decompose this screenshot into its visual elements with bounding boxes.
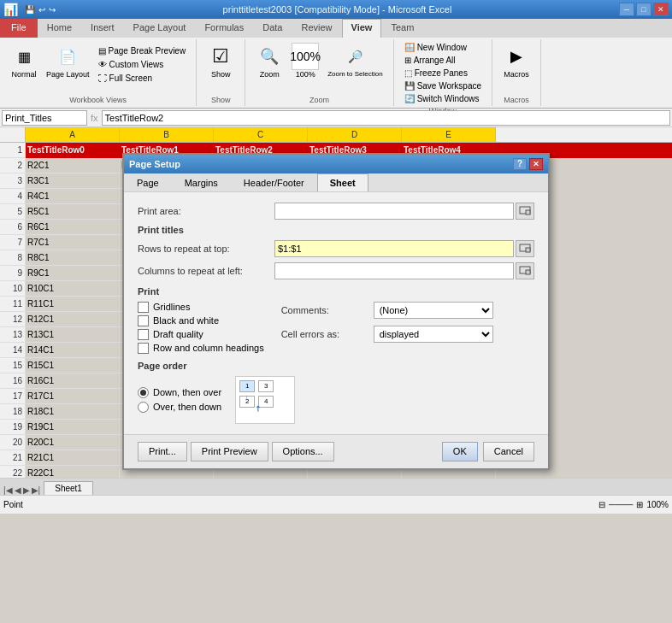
dialog-tab-headerfooter[interactable]: Header/Footer xyxy=(231,173,317,191)
page-break-preview-button[interactable]: ▤ Page Break Preview xyxy=(95,44,190,57)
gridlines-checkbox[interactable] xyxy=(138,302,149,313)
dialog-tab-margins[interactable]: Margins xyxy=(172,173,231,191)
rows-repeat-input[interactable] xyxy=(274,240,514,257)
macros-icon: ▶ xyxy=(503,43,530,70)
zoom-slider[interactable]: ──── xyxy=(609,500,633,509)
tab-file[interactable]: File xyxy=(0,19,38,38)
tab-home[interactable]: Home xyxy=(38,19,81,38)
row-col-headings-label: Row and column headings xyxy=(153,343,264,353)
ribbon-tabs: File Home Insert Page Layout Formulas Da… xyxy=(0,19,672,38)
formula-separator: fx xyxy=(89,113,100,123)
show-items: ☑ Show xyxy=(203,41,238,94)
new-window-button[interactable]: 🪟 New Window xyxy=(401,41,470,54)
cell-errors-label: Cell errors as: xyxy=(281,329,367,339)
close-button[interactable]: ✕ xyxy=(653,3,669,16)
normal-view-button[interactable]: ▦ Normal xyxy=(7,41,41,80)
print-options-section: Print Gridlines Black and white xyxy=(138,286,534,354)
show-button[interactable]: ☑ Show xyxy=(203,41,238,80)
title-bar: 📊 💾 ↩ ↪ printtitletest2003 [Compatibilit… xyxy=(0,0,672,19)
row-col-headings-checkbox[interactable] xyxy=(138,343,149,354)
show-label: Show xyxy=(211,70,231,79)
cols-repeat-picker[interactable] xyxy=(516,262,534,279)
full-screen-button[interactable]: ⛶ Full Screen xyxy=(95,72,190,85)
dialog-tab-page[interactable]: Page xyxy=(124,173,172,191)
rows-repeat-picker[interactable] xyxy=(516,240,534,257)
cols-repeat-input[interactable] xyxy=(274,262,514,279)
comments-select[interactable]: (None) At end of sheet As displayed on s… xyxy=(374,302,493,319)
dialog-tab-sheet[interactable]: Sheet xyxy=(317,173,368,191)
zoom-increase-icon[interactable]: ⊞ xyxy=(636,500,643,509)
dialog-close-button[interactable]: ✕ xyxy=(529,158,543,170)
black-white-row: Black and white xyxy=(138,315,264,326)
cols-repeat-label: Columns to repeat at left: xyxy=(138,266,274,276)
page-layout-view-button[interactable]: 📄 Page Layout xyxy=(43,41,93,80)
save-workspace-icon: 💾 xyxy=(404,81,415,91)
dialog-help-button[interactable]: ? xyxy=(513,158,527,170)
macros-button[interactable]: ▶ Macros xyxy=(499,41,533,80)
tab-review[interactable]: Review xyxy=(292,19,341,38)
zoom-100-label: 100% xyxy=(296,70,315,79)
print-titles-label: Print titles xyxy=(138,225,534,235)
macros-group-label: Macros xyxy=(504,94,529,104)
zoom-button[interactable]: 🔍 Zoom xyxy=(252,41,286,80)
save-workspace-button[interactable]: 💾 Save Workspace xyxy=(401,79,485,92)
print-checkboxes: Gridlines Black and white Draft quality xyxy=(138,302,264,354)
minimize-button[interactable]: ─ xyxy=(619,3,634,16)
tab-formulas[interactable]: Formulas xyxy=(195,19,253,38)
normal-view-icon: ▦ xyxy=(10,43,38,70)
tab-data[interactable]: Data xyxy=(253,19,292,38)
draft-quality-row: Draft quality xyxy=(138,329,264,340)
cell-errors-select[interactable]: displayed <blank> -- #N/A xyxy=(374,326,493,343)
print-button[interactable]: Print... xyxy=(138,442,187,461)
ribbon-content: ▦ Normal 📄 Page Layout ▤ Page Break Prev… xyxy=(0,38,672,108)
options-button[interactable]: Options... xyxy=(272,442,334,461)
quick-access-save[interactable]: 💾 xyxy=(25,5,35,15)
window-controls: ─ □ ✕ xyxy=(619,3,669,16)
zoom-label: Zoom xyxy=(260,70,280,79)
print-area-picker[interactable] xyxy=(516,203,534,220)
zoom-selection-button[interactable]: 🔎 Zoom to Selection xyxy=(324,41,386,79)
custom-views-label: Custom Views xyxy=(109,60,164,69)
show-icon: ☑ xyxy=(207,43,234,70)
custom-views-icon: 👁 xyxy=(98,60,107,69)
print-preview-button[interactable]: Print Preview xyxy=(191,442,268,461)
zoom-100-button[interactable]: 100% 100% xyxy=(288,41,322,80)
page-order-radios: Down, then over Over, then down xyxy=(138,387,221,413)
cancel-button[interactable]: Cancel xyxy=(483,442,534,461)
ribbon-group-show: ☑ Show Show xyxy=(197,39,245,106)
new-window-label: New Window xyxy=(417,43,467,52)
tab-team[interactable]: Team xyxy=(381,19,423,38)
zoom-group-label: Zoom xyxy=(309,94,329,104)
down-then-over-radio[interactable] xyxy=(138,387,149,398)
gridlines-label: Gridlines xyxy=(153,302,190,312)
over-then-down-radio[interactable] xyxy=(138,402,149,413)
tab-insert[interactable]: Insert xyxy=(81,19,124,38)
tab-view[interactable]: View xyxy=(342,19,382,38)
ribbon-group-workbook-views: ▦ Normal 📄 Page Layout ▤ Page Break Prev… xyxy=(0,39,197,106)
page-break-preview-icon: ▤ xyxy=(98,46,106,56)
print-area-input[interactable] xyxy=(274,203,514,220)
tab-page-layout[interactable]: Page Layout xyxy=(124,19,196,38)
name-box[interactable] xyxy=(2,110,87,126)
app-icon: 📊 xyxy=(3,3,18,16)
full-screen-icon: ⛶ xyxy=(98,73,107,83)
custom-views-button[interactable]: 👁 Custom Views xyxy=(95,58,190,71)
macros-label: Macros xyxy=(504,70,529,79)
black-white-checkbox[interactable] xyxy=(138,315,149,326)
ribbon-group-macros: ▶ Macros Macros xyxy=(492,39,541,106)
arrange-all-button[interactable]: ⊞ Arrange All xyxy=(401,54,459,67)
page-order-diagram: 1 3 2 4 ↓ ↗ xyxy=(235,376,295,424)
down-then-over-label: Down, then over xyxy=(153,387,221,397)
zoom-items: 🔍 Zoom 100% 100% 🔎 Zoom to Selection xyxy=(252,41,386,94)
quick-access-redo[interactable]: ↪ xyxy=(49,5,56,15)
ribbon: File Home Insert Page Layout Formulas Da… xyxy=(0,19,672,109)
zoom-level-icon[interactable]: ⊟ xyxy=(598,500,605,509)
quick-access-undo[interactable]: ↩ xyxy=(38,5,45,15)
ok-button[interactable]: OK xyxy=(442,442,478,461)
zoom-100-icon: 100% xyxy=(292,43,319,70)
freeze-panes-button[interactable]: ⬚ Freeze Panes xyxy=(401,67,471,79)
formula-input[interactable] xyxy=(102,110,670,126)
maximize-button[interactable]: □ xyxy=(636,3,651,16)
switch-windows-button[interactable]: 🔄 Switch Windows xyxy=(401,92,483,105)
draft-quality-checkbox[interactable] xyxy=(138,329,149,340)
